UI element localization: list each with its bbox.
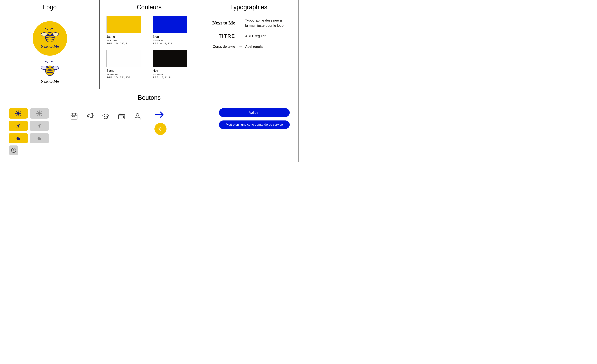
clock-icon (11, 148, 16, 153)
typographies-section: Typographies Next to Me --- Typographie … (199, 0, 298, 89)
btn-sun-small-yellow[interactable] (9, 121, 28, 131)
svg-point-18 (17, 112, 20, 115)
svg-point-17 (52, 66, 59, 70)
color-rgb-blue: RGB : 0, 21, 219 (153, 42, 192, 45)
typographies-section-title: Typographies (204, 4, 293, 11)
toggle-row-clock (9, 145, 49, 155)
svg-line-41 (17, 124, 17, 125)
color-item-blue: Bleu #0015DB RGB : 0, 21, 219 (153, 16, 192, 45)
color-name-blue: Bleu (153, 35, 192, 39)
mortarboard-icon (102, 112, 110, 120)
svg-point-12 (52, 61, 53, 61)
color-rgb-black: RGB : 13, 11, 9 (153, 76, 192, 79)
logo-circle: Next to Me (33, 21, 67, 56)
svg-point-71 (124, 117, 124, 117)
svg-line-50 (38, 124, 38, 125)
btn-moon-gray[interactable] (30, 133, 49, 143)
svg-line-34 (41, 111, 41, 112)
svg-line-53 (38, 127, 38, 127)
svg-line-42 (19, 127, 20, 127)
arrows-and-validate: Valider Mettre en ligne cette demande de… (154, 108, 290, 135)
btn-person-icon[interactable] (133, 112, 142, 121)
calendar-icon (70, 112, 78, 120)
colors-grid: Jaune #F4C401 RGB : 244, 196, 1 Bleu #00… (105, 16, 194, 79)
wallet-icon (118, 112, 126, 120)
btn-arrow-left-yellow[interactable] (154, 123, 166, 135)
color-rgb-white: RGB : 254, 254, 254 (106, 76, 146, 79)
svg-line-25 (20, 111, 20, 112)
person-icon (134, 112, 141, 120)
color-name-black: Noir (153, 69, 192, 73)
svg-line-9 (45, 61, 48, 62)
sun-large-icon-yellow (15, 110, 21, 116)
arrows-col (154, 110, 166, 135)
arrow-left-icon (157, 126, 164, 132)
color-name-white: Blanc (106, 69, 146, 73)
sun-small-icon-yellow (16, 123, 21, 128)
nav-icons-area (70, 108, 142, 121)
moon-icon-gray (37, 136, 42, 141)
typo-desc-handwritten: Typographie dessinée àla main juste pour… (245, 18, 283, 28)
color-item-black: Noir #0D0B09 RGB : 13, 11, 9 (153, 50, 192, 79)
couleurs-section-title: Couleurs (105, 4, 194, 11)
logo-text-circle: Next to Me (41, 44, 59, 49)
boutons-section: Boutons (0, 89, 298, 162)
btn-calendar-icon[interactable] (70, 112, 79, 121)
btn-valider[interactable]: Valider (219, 108, 290, 117)
svg-line-33 (41, 115, 41, 115)
typo-label-title: TITRE (208, 33, 235, 39)
toggle-row-1 (9, 108, 49, 119)
btn-megaphone-icon[interactable] (86, 112, 94, 121)
color-swatch-yellow (106, 16, 141, 33)
couleurs-section: Couleurs Jaune #F4C401 RGB : 244, 196, 1… (100, 0, 199, 89)
color-rgb-yellow: RGB : 244, 196, 1 (106, 42, 146, 45)
svg-marker-67 (103, 114, 109, 117)
megaphone-icon (86, 112, 94, 120)
btn-clock[interactable] (9, 145, 18, 155)
svg-point-45 (39, 125, 40, 127)
color-swatch-blue (153, 16, 187, 33)
svg-point-16 (41, 66, 47, 70)
logo-text-white: Next to Me (41, 79, 59, 83)
svg-point-15 (51, 67, 52, 68)
color-name-yellow: Jaune (106, 35, 146, 39)
toggle-row-3 (9, 133, 49, 143)
svg-point-3 (52, 28, 53, 29)
bee-icon-white (40, 61, 59, 78)
icons-row (70, 112, 142, 121)
arrow-right-icon (154, 110, 166, 120)
color-hex-white: #FEFEFE (106, 73, 146, 76)
svg-point-36 (17, 125, 19, 127)
btn-wallet-icon[interactable] (117, 112, 126, 121)
svg-rect-61 (72, 116, 73, 117)
svg-line-44 (17, 127, 17, 127)
typo-sep-2: --- (239, 34, 242, 38)
typo-row-body: Corps de texte --- Abel regular (208, 44, 290, 49)
toggle-row-2 (9, 121, 49, 131)
svg-line-56 (14, 150, 15, 151)
typo-label-handwritten: Next to Me (208, 20, 235, 26)
typo-row-handwritten: Next to Me --- Typographie dessinée àla … (208, 18, 290, 28)
svg-point-73 (136, 114, 139, 116)
typo-row-title: TITRE --- ABEL regular (208, 33, 290, 39)
typo-desc-body: Abel regular (245, 44, 264, 49)
svg-line-51 (40, 127, 41, 127)
svg-line-32 (37, 111, 38, 112)
svg-point-7 (41, 33, 47, 36)
svg-line-23 (16, 111, 17, 112)
svg-line-52 (40, 124, 41, 125)
btn-sun-small-gray[interactable] (30, 121, 49, 131)
btn-sun-large-yellow[interactable] (9, 108, 28, 119)
btn-sun-large-gray[interactable] (30, 108, 49, 119)
arrow-right-container (154, 110, 166, 120)
moon-icon-yellow (16, 136, 21, 141)
svg-point-5 (47, 34, 49, 35)
btn-mettre-en-ligne[interactable]: Mettre en ligne cette demande de service (219, 121, 290, 129)
color-hex-yellow: #F4C401 (106, 39, 146, 42)
main-grid: Logo (0, 0, 298, 162)
svg-line-24 (20, 115, 20, 115)
btn-moon-yellow[interactable] (9, 133, 28, 143)
color-hex-blue: #0015DB (153, 39, 192, 42)
btn-mortarboard-icon[interactable] (101, 112, 110, 121)
color-item-yellow: Jaune #F4C401 RGB : 244, 196, 1 (106, 16, 146, 45)
